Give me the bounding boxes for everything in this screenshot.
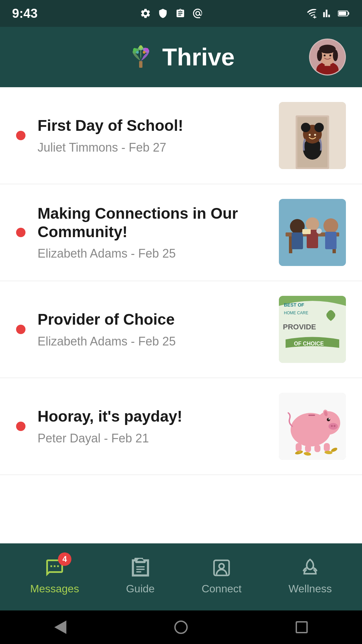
app-header: Thrive [0, 27, 362, 87]
recents-square-icon [296, 621, 308, 633]
svg-rect-41 [302, 229, 311, 234]
svg-point-37 [306, 217, 319, 231]
svg-rect-62 [324, 443, 330, 451]
svg-point-9 [145, 48, 148, 51]
svg-point-55 [327, 418, 330, 421]
svg-text:PROVIDE: PROVIDE [283, 323, 316, 331]
feed-item-4[interactable]: Hooray, it's payday! Peter Dayal - Feb 2… [0, 378, 362, 475]
svg-rect-71 [136, 571, 141, 573]
user-avatar[interactable] [309, 39, 346, 75]
feed-thumbnail-4 [279, 393, 346, 460]
at-icon [192, 7, 204, 19]
feed-item-2[interactable]: Making Connections in Our Community! Eli… [0, 184, 362, 281]
feed-meta-2: Elizabeth Adams - Feb 25 [38, 247, 271, 261]
feed-meta-3: Elizabeth Adams - Feb 25 [38, 334, 271, 348]
feed-item-1[interactable]: First Day of School! Juliet Timmons - Fe… [0, 87, 362, 184]
svg-text:OF CHOICE: OF CHOICE [294, 341, 324, 346]
svg-point-10 [136, 51, 139, 54]
svg-rect-61 [314, 445, 320, 452]
feed-list: First Day of School! Juliet Timmons - Fe… [0, 87, 362, 543]
unread-dot-4 [16, 422, 25, 431]
feed-title-4: Hooray, it's payday! [38, 407, 271, 426]
svg-point-16 [319, 45, 336, 53]
svg-point-39 [323, 218, 338, 233]
svg-point-17 [317, 50, 322, 61]
status-time: 9:43 [12, 6, 38, 21]
nav-item-messages[interactable]: 4 Messages [30, 556, 79, 595]
battery-icon [338, 7, 350, 19]
nav-label-messages: Messages [30, 583, 79, 595]
svg-point-11 [143, 51, 145, 54]
feed-content-3: Provider of Choice Elizabeth Adams - Feb… [38, 310, 271, 348]
svg-rect-3 [139, 61, 142, 68]
svg-rect-59 [296, 443, 302, 451]
svg-rect-1 [348, 12, 349, 15]
bottom-navigation: 4 Messages Guide [0, 543, 362, 610]
nav-icon-messages-wrap: 4 [43, 556, 67, 580]
svg-point-42 [316, 228, 322, 234]
home-circle-icon [174, 621, 188, 634]
svg-point-8 [139, 45, 142, 49]
feed-content-4: Hooray, it's payday! Peter Dayal - Feb 2… [38, 407, 271, 445]
svg-point-73 [219, 564, 224, 569]
wifi-icon [306, 7, 318, 19]
unread-dot-3 [16, 325, 25, 334]
system-nav-bar [0, 610, 362, 644]
brand-container: Thrive [127, 43, 235, 71]
feed-content-1: First Day of School! Juliet Timmons - Fe… [38, 116, 271, 154]
svg-point-7 [133, 48, 136, 51]
recents-button[interactable] [293, 619, 310, 636]
settings-icon [139, 7, 152, 19]
unread-dot-1 [16, 131, 25, 140]
status-bar: 9:43 [0, 0, 362, 27]
nav-icon-guide-wrap [128, 556, 153, 580]
back-triangle-icon [54, 621, 66, 634]
feed-meta-4: Peter Dayal - Feb 21 [38, 431, 271, 445]
svg-rect-40 [325, 232, 337, 249]
svg-point-52 [328, 423, 338, 430]
svg-point-53 [331, 425, 333, 427]
guide-icon [130, 558, 150, 578]
feed-item-3[interactable]: Provider of Choice Elizabeth Adams - Feb… [0, 281, 362, 378]
back-button[interactable] [52, 619, 69, 636]
svg-rect-69 [136, 566, 144, 568]
feed-title-3: Provider of Choice [38, 310, 271, 329]
svg-rect-60 [305, 445, 311, 452]
svg-point-56 [328, 418, 330, 420]
feed-title-2: Making Connections in Our Community! [38, 204, 271, 241]
svg-point-19 [324, 54, 326, 56]
svg-rect-63 [308, 415, 315, 416]
nav-label-connect: Connect [201, 583, 241, 595]
feed-thumbnail-2 [279, 199, 346, 266]
nav-item-connect[interactable]: Connect [201, 556, 241, 595]
svg-point-27 [301, 123, 310, 132]
signal-icon [322, 7, 334, 19]
nav-item-wellness[interactable]: Wellness [289, 556, 332, 595]
svg-point-54 [334, 425, 336, 427]
status-icons-right [306, 7, 350, 19]
unread-dot-2 [16, 228, 25, 237]
svg-text:HOME CARE: HOME CARE [284, 311, 308, 315]
nav-icon-connect-wrap [209, 556, 234, 580]
svg-text:BEST OF: BEST OF [284, 302, 304, 308]
svg-rect-36 [292, 232, 303, 249]
home-button[interactable] [173, 619, 189, 636]
shield-icon [157, 7, 169, 19]
svg-point-20 [329, 54, 331, 56]
svg-rect-2 [339, 12, 346, 15]
status-icons-left [139, 7, 204, 19]
svg-point-30 [314, 134, 316, 136]
nav-label-wellness: Wellness [289, 583, 332, 595]
nav-item-guide[interactable]: Guide [126, 556, 155, 595]
svg-rect-70 [136, 569, 144, 570]
messages-badge: 4 [58, 552, 71, 566]
feed-thumbnail-3: BEST OF HOME CARE PROVIDE OF CHOICE [279, 296, 346, 363]
feed-meta-1: Juliet Timmons - Feb 27 [38, 141, 271, 155]
svg-point-28 [314, 123, 324, 132]
feed-title-1: First Day of School! [38, 116, 271, 135]
wellness-icon [300, 558, 320, 578]
svg-point-18 [333, 50, 338, 61]
nav-label-guide: Guide [126, 583, 155, 595]
svg-point-29 [309, 134, 311, 136]
feed-content-2: Making Connections in Our Community! Eli… [38, 204, 271, 261]
